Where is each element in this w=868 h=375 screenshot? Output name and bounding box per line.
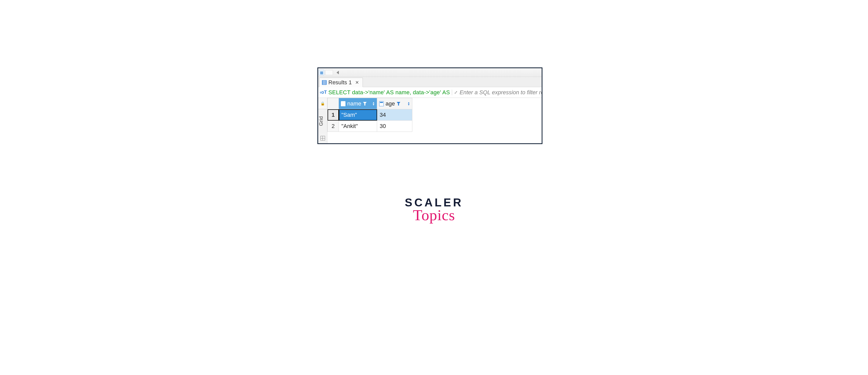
results-grid: 🔒 Grid name ▲▼ xyxy=(318,98,542,143)
column-header-name[interactable]: name ▲▼ xyxy=(339,98,377,109)
row-number[interactable]: 2 xyxy=(328,121,339,132)
query-bar: ‹oT SELECT data->'name' AS name, data->'… xyxy=(318,87,542,98)
db-icon[interactable]: ▦ xyxy=(319,70,324,75)
lock-icon[interactable]: 🔒 xyxy=(318,98,327,109)
cell-name[interactable]: "Ankit" xyxy=(339,121,377,132)
sort-icon[interactable]: ▲▼ xyxy=(407,102,410,106)
rownum-header xyxy=(328,98,339,109)
table-icon xyxy=(322,80,327,85)
close-icon[interactable]: ✕ xyxy=(355,80,359,85)
back-arrow-icon[interactable] xyxy=(337,71,339,74)
grid-sidebar: 🔒 Grid xyxy=(318,98,327,143)
toolbar-separator xyxy=(325,70,333,75)
cell-age[interactable]: 30 xyxy=(377,121,412,132)
grid-tab-label[interactable]: Grid xyxy=(318,109,327,133)
grid-view-icon[interactable] xyxy=(318,133,327,143)
sort-icon[interactable]: ▲▼ xyxy=(372,102,375,106)
cell-age[interactable]: 34 xyxy=(377,109,412,121)
column-label: name xyxy=(347,100,361,107)
table-row[interactable]: 2 "Ankit" 30 xyxy=(328,121,412,132)
sql-icon: ‹oT xyxy=(320,90,327,95)
tab-label: Results 1 xyxy=(329,79,352,86)
json-column-icon xyxy=(379,101,384,106)
column-label: age xyxy=(385,100,395,107)
query-text[interactable]: SELECT data->'name' AS name, data->'age'… xyxy=(329,89,450,96)
filter-icon[interactable] xyxy=(363,102,367,106)
results-panel: ▦ Results 1 ✕ ‹oT SELECT data->'name' AS… xyxy=(317,67,542,144)
column-header-age[interactable]: age ▲▼ xyxy=(377,98,412,109)
table-row[interactable]: 1 "Sam" 34 xyxy=(328,109,412,121)
tab-bar: Results 1 ✕ xyxy=(318,77,542,87)
logo-text-bottom: Topics xyxy=(405,206,463,224)
scaler-topics-logo: SCALER Topics xyxy=(405,196,463,224)
top-toolbar: ▦ xyxy=(318,68,542,77)
data-table: name ▲▼ age ▲▼ xyxy=(327,98,412,132)
cell-name[interactable]: "Sam" xyxy=(339,109,377,121)
filter-input[interactable]: Enter a SQL expression to filter results… xyxy=(460,89,542,96)
json-column-icon xyxy=(341,101,345,106)
expand-icon[interactable]: ⤢ xyxy=(452,90,458,95)
tab-results-1[interactable]: Results 1 ✕ xyxy=(319,78,363,87)
filter-icon[interactable] xyxy=(397,102,400,106)
row-number[interactable]: 1 xyxy=(328,109,339,121)
